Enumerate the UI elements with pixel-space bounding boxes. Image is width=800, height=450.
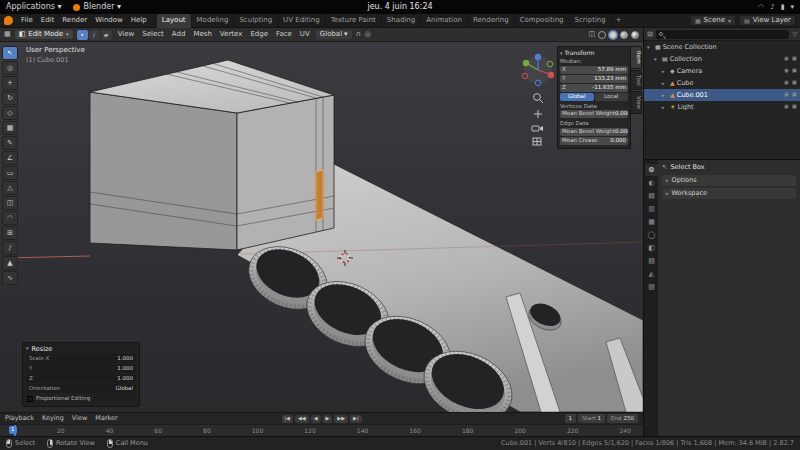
outliner-row-camera[interactable]: ▸ ◆ Camera ◉▣ [644, 65, 800, 77]
hide-eye-icon[interactable]: ◉ [784, 104, 789, 110]
menu-view[interactable]: View [72, 415, 87, 422]
orientation-dropdown[interactable]: OrientationGlobal [26, 384, 136, 393]
outliner-row-collection[interactable]: ▾ ▤ Collection ◉▣ [644, 53, 800, 65]
menu-edit[interactable]: Edit [37, 17, 59, 24]
disclosure-icon[interactable]: ▸ [662, 69, 668, 74]
orientation-dropdown[interactable]: Global ▾ [316, 30, 352, 39]
jump-to-end-button[interactable]: ▶| [350, 415, 362, 423]
overlays-icon[interactable]: ◫ [588, 31, 595, 38]
tool-select-box[interactable]: ↖ [2, 46, 18, 60]
edge-select-button[interactable]: ∕ [89, 30, 100, 40]
n-panel-tab-tool[interactable]: Tool [631, 70, 642, 91]
blender-logo-icon[interactable] [4, 16, 13, 25]
hide-eye-icon[interactable]: ◉ [784, 80, 789, 86]
shading-rendered-button[interactable] [631, 31, 639, 39]
workspace-tab[interactable]: Sculpting [234, 14, 278, 28]
disclosure-icon[interactable]: ▸ [662, 105, 668, 110]
previous-keyframe-button[interactable]: ◀◀ [295, 415, 309, 423]
scale-y-field[interactable]: Y1.000 [26, 364, 136, 373]
workspace-tab[interactable]: Compositing [515, 14, 570, 28]
playhead-frame-chip[interactable]: 1 [9, 426, 17, 434]
vertex-select-button[interactable]: • [77, 30, 88, 40]
proportional-editing-icon[interactable]: ◎ [365, 31, 371, 38]
face-select-button[interactable]: ▰ [101, 30, 112, 40]
viewport-3d[interactable]: ↖ ◎ + ↻ ◇ ▦ ✎ ∠ ▭ △ ◫ ◠ ⊞ ∕ ▲ ∿ User Per… [0, 42, 643, 412]
menu-keying[interactable]: Keying [42, 415, 64, 422]
shading-material-button[interactable] [620, 31, 628, 39]
tool-cursor[interactable]: ◎ [2, 61, 18, 75]
properties-tab-physics[interactable]: ◭ [645, 268, 658, 280]
hide-eye-icon[interactable]: ◉ [784, 56, 789, 62]
scale-z-field[interactable]: Z1.000 [26, 374, 136, 383]
workspace-section-header[interactable]: ▸ Workspace [662, 188, 796, 199]
tool-knife[interactable]: ∕ [2, 241, 18, 255]
menu-marker[interactable]: Marker [95, 415, 117, 422]
workspace-tab[interactable]: Texture Paint [326, 14, 382, 28]
tool-transform[interactable]: ▦ [2, 121, 18, 135]
tool-extrude-region[interactable]: △ [2, 181, 18, 195]
menu-select[interactable]: Select [140, 31, 166, 38]
tool-bevel[interactable]: ◠ [2, 211, 18, 225]
tool-loop-cut[interactable]: ⊞ [2, 226, 18, 240]
shading-wireframe-button[interactable] [598, 31, 606, 39]
median-y-field[interactable]: Y133.23 mm [560, 75, 628, 83]
properties-tab-scene[interactable]: ▦ [645, 216, 658, 228]
outliner-row-cube-001[interactable]: ▸ ▲ Cube.001 ◉▣ [644, 89, 800, 101]
shading-solid-button[interactable] [609, 31, 617, 39]
mode-dropdown[interactable]: ◧ Edit Mode ▾ [15, 30, 73, 39]
options-section-header[interactable]: ▸ Options [662, 175, 796, 186]
local-space-button[interactable]: Local [595, 93, 629, 101]
properties-tab-object[interactable]: ◧ [645, 242, 658, 254]
proportional-editing-checkbox[interactable] [27, 396, 33, 402]
tool-rotate[interactable]: ↻ [2, 91, 18, 105]
vertex-bevel-weight-field[interactable]: Mean Bevel Weight0.000 [560, 110, 628, 118]
menu-help[interactable]: Help [127, 17, 151, 24]
menu-view[interactable]: View [116, 31, 137, 38]
filter-icon[interactable]: ▽ [792, 31, 797, 37]
outliner-search-input[interactable] [656, 30, 789, 39]
tool-poly-build[interactable]: ▲ [2, 256, 18, 270]
outliner-row-cube[interactable]: ▸ ▲ Cube ◉▣ [644, 77, 800, 89]
hide-eye-icon[interactable]: ◉ [784, 92, 789, 98]
current-frame-field[interactable]: 1 [565, 414, 577, 423]
volume-icon[interactable]: ♪ [770, 4, 774, 11]
workspace-tab[interactable]: Animation [421, 14, 468, 28]
next-keyframe-button[interactable]: ▶▶ [334, 415, 348, 423]
app-menu[interactable]: Blender ▾ [73, 3, 121, 11]
outliner-row-light[interactable]: ▸ ☀ Light ◉▣ [644, 101, 800, 113]
menu-add[interactable]: Add [170, 31, 188, 38]
disclosure-icon[interactable]: ▸ [662, 93, 668, 98]
outliner-editor-icon[interactable]: ▤ [647, 31, 653, 38]
menu-playback[interactable]: Playback [5, 415, 34, 422]
menu-uv[interactable]: UV [298, 31, 312, 38]
disclosure-icon[interactable]: ▸ [662, 81, 668, 86]
render-visibility-icon[interactable]: ▣ [792, 92, 797, 98]
n-panel-tab-view[interactable]: View [631, 91, 642, 114]
hide-eye-icon[interactable]: ◉ [784, 68, 789, 74]
editor-type-icon[interactable]: ▦ [4, 31, 11, 38]
snap-magnet-icon[interactable]: ∩ [356, 31, 361, 38]
properties-tab-modifiers[interactable]: ▧ [645, 255, 658, 267]
operator-panel-header[interactable]: ▾ Resize [26, 346, 136, 353]
workspace-tab[interactable]: Rendering [468, 14, 515, 28]
play-reverse-button[interactable]: ◀ [311, 415, 321, 423]
global-space-button[interactable]: Global [560, 93, 594, 101]
render-visibility-icon[interactable]: ▣ [792, 80, 797, 86]
edge-crease-field[interactable]: Mean Crease0.000 [560, 137, 628, 145]
properties-tab-object-data[interactable]: ▨ [645, 281, 658, 293]
workspace-tab[interactable]: Layout [157, 14, 192, 28]
workspace-tab[interactable]: Scripting [570, 14, 612, 28]
menu-vertex[interactable]: Vertex [218, 31, 245, 38]
tool-add-cube[interactable]: ▭ [2, 166, 18, 180]
render-visibility-icon[interactable]: ▣ [792, 104, 797, 110]
menu-mesh[interactable]: Mesh [191, 31, 213, 38]
tool-inset-faces[interactable]: ◫ [2, 196, 18, 210]
properties-tab-render[interactable]: ◐ [645, 177, 658, 189]
edge-bevel-weight-field[interactable]: Mean Bevel Weight0.000 [560, 128, 628, 136]
timeline-ruler[interactable]: 0 20 40 60 80 100 120 140 160 180 200 22… [0, 424, 643, 436]
menu-edge[interactable]: Edge [248, 31, 270, 38]
disclosure-icon[interactable]: ▾ [654, 57, 660, 62]
mesh-cube-001[interactable] [90, 60, 334, 250]
tool-measure[interactable]: ∠ [2, 151, 18, 165]
scene-selector[interactable]: ▦ Scene ▾ [690, 15, 736, 26]
